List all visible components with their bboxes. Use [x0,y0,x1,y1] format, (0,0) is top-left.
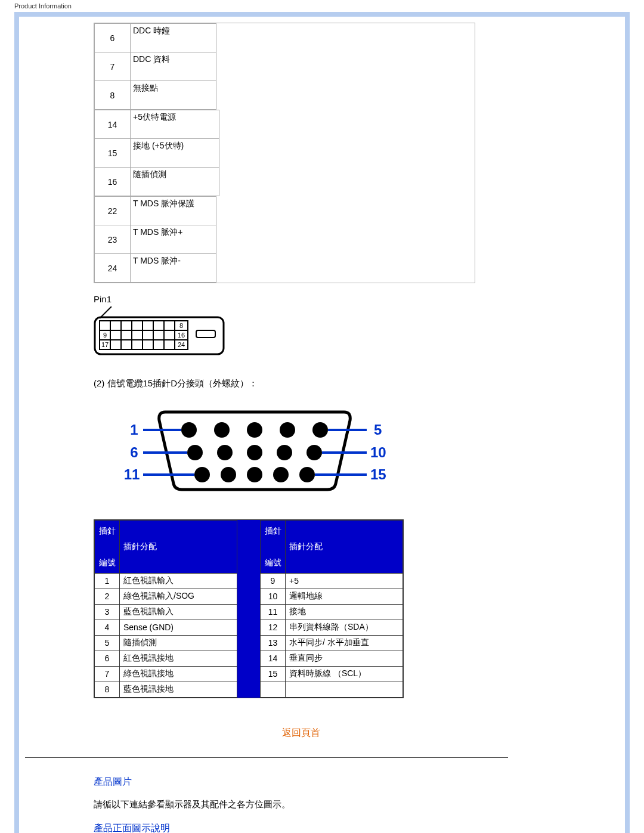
svg-text:17: 17 [101,341,109,348]
svg-point-31 [273,467,289,482]
svg-text:24: 24 [178,341,185,348]
svg-text:8: 8 [179,322,183,329]
table-row: 6DDC 時鐘 [95,24,216,52]
table-row: 7綠色視訊接地 [95,666,237,682]
svg-text:5: 5 [374,422,382,438]
svg-point-26 [277,445,292,460]
svg-point-28 [194,467,210,482]
page-header: Product Information [0,0,644,12]
svg-rect-1 [95,317,224,354]
table-row: 11接地 [261,604,403,620]
product-front-view-link[interactable]: 產品正面圖示說明 [94,823,170,833]
svg-point-21 [280,422,295,438]
table-row: 5隨插偵測 [95,635,237,651]
svg-text:11: 11 [124,466,140,482]
vga-pin-table: 插針編號 插針分配 1紅色視訊輸入2綠色視訊輸入/SOG3藍色視訊輸入4Sens… [94,519,404,698]
svg-text:10: 10 [370,444,386,460]
table-row: 22T MDS 脈沖保護 [95,197,216,225]
svg-point-25 [247,445,262,460]
divider [25,757,508,758]
content-area: 6DDC 時鐘 7DDC 資料 8無接點 14+5伏特電源 15接地 (+5伏特… [19,17,625,833]
table-row: 14+5伏特電源 [95,110,219,139]
pin1-label: Pin1 [94,294,577,304]
vga-connector-diagram: 1 6 11 5 10 15 [123,400,577,496]
svg-point-32 [299,467,315,482]
svg-point-18 [181,422,197,438]
table-row: 24T MDS 脈沖- [95,254,216,283]
spacer [237,520,260,698]
table-header: 插針編號 插針分配 [261,521,403,574]
svg-point-19 [214,422,230,438]
table-row: 8藍色視訊接地 [95,682,237,697]
table-row: 6紅色視訊接地 [95,651,237,666]
svg-rect-12 [196,330,215,337]
svg-point-22 [312,422,328,438]
table-row: 15接地 (+5伏特) [95,139,219,168]
table-row: 3藍色視訊輸入 [95,604,237,620]
table-row: 2綠色視訊輸入/SOG [95,589,237,604]
svg-point-30 [247,467,262,482]
table-row: 10邏輯地線 [261,589,403,604]
table-row: 1紅色視訊輸入 [95,573,237,589]
table-row: 14垂直同步 [261,651,403,666]
table-row: 15資料時脈線 （SCL） [261,666,403,682]
product-image-heading: 產品圖片 [94,776,577,788]
table-row: 4Sense (GND) [95,620,237,635]
dvi-pin-table: 6DDC 時鐘 7DDC 資料 8無接點 14+5伏特電源 15接地 (+5伏特… [94,23,475,283]
product-image-text: 請循以下連結參看顯示器及其配件之各方位圖示。 [94,799,577,810]
table-row: 7DDC 資料 [95,52,216,81]
svg-text:16: 16 [178,332,185,339]
svg-point-20 [247,422,262,438]
back-to-top-link[interactable]: 返回頁首 [25,727,577,739]
page-frame: 6DDC 時鐘 7DDC 資料 8無接點 14+5伏特電源 15接地 (+5伏特… [14,12,630,833]
svg-text:15: 15 [370,466,386,482]
svg-point-27 [306,445,322,460]
svg-point-23 [187,445,203,460]
table-header: 插針編號 插針分配 [95,521,237,574]
svg-point-24 [217,445,233,460]
svg-point-29 [221,467,236,482]
table-row: 13水平同步/ 水平加垂直 [261,635,403,651]
svg-text:1: 1 [130,422,138,438]
table-row: 23T MDS 脈沖+ [95,225,216,254]
section-2-title: (2) 信號電纜15插針D分接頭（外螺紋）： [94,378,577,389]
table-row: 12串列資料線路（SDA） [261,620,403,635]
svg-text:9: 9 [103,332,107,339]
back-to-top-anchor[interactable]: 返回頁首 [282,727,320,738]
table-row: 16隨插偵測 [95,168,219,196]
svg-text:6: 6 [130,444,138,460]
table-row: 9+5 [261,573,403,589]
table-row: 8無接點 [95,81,216,110]
dvi-connector-diagram: 8 9 16 17 24 [94,306,225,360]
table-row [261,682,403,697]
